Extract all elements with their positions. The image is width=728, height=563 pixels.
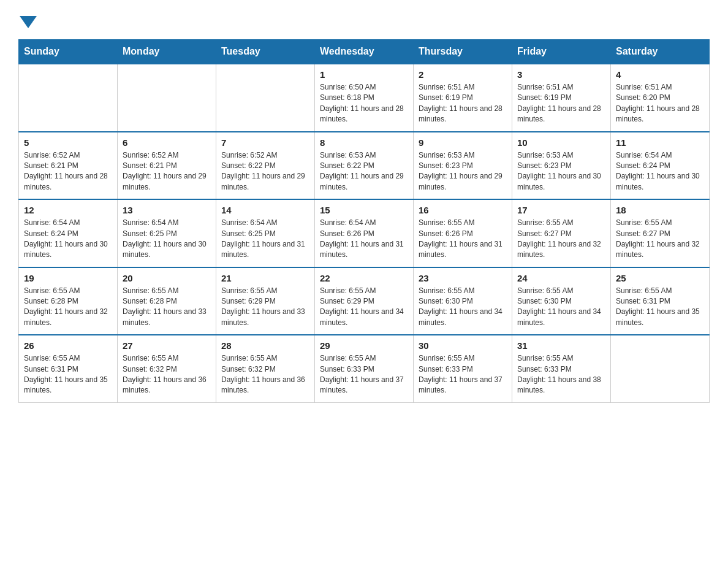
calendar-cell: 23Sunrise: 6:55 AMSunset: 6:30 PMDayligh… xyxy=(414,267,512,335)
calendar-cell: 28Sunrise: 6:55 AMSunset: 6:32 PMDayligh… xyxy=(216,335,315,402)
day-info: Sunrise: 6:51 AMSunset: 6:19 PMDaylight:… xyxy=(419,82,507,125)
calendar-row-4: 26Sunrise: 6:55 AMSunset: 6:31 PMDayligh… xyxy=(19,335,710,402)
weekday-header-tuesday: Tuesday xyxy=(216,40,315,64)
day-number: 6 xyxy=(123,137,211,148)
day-number: 9 xyxy=(419,137,507,148)
day-info: Sunrise: 6:55 AMSunset: 6:30 PMDaylight:… xyxy=(517,286,605,329)
weekday-header-friday: Friday xyxy=(512,40,611,64)
calendar-cell: 5Sunrise: 6:52 AMSunset: 6:21 PMDaylight… xyxy=(19,132,118,200)
day-number: 3 xyxy=(517,69,605,80)
weekday-header-wednesday: Wednesday xyxy=(315,40,414,64)
calendar-cell: 25Sunrise: 6:55 AMSunset: 6:31 PMDayligh… xyxy=(611,267,710,335)
day-number: 2 xyxy=(419,69,507,80)
day-number: 18 xyxy=(616,205,704,215)
day-info: Sunrise: 6:55 AMSunset: 6:33 PMDaylight:… xyxy=(320,353,408,396)
day-info: Sunrise: 6:52 AMSunset: 6:21 PMDaylight:… xyxy=(123,150,211,193)
day-number: 13 xyxy=(123,205,211,215)
day-number: 24 xyxy=(517,273,605,283)
day-number: 17 xyxy=(517,205,605,215)
calendar-row-2: 12Sunrise: 6:54 AMSunset: 6:24 PMDayligh… xyxy=(19,199,710,267)
day-number: 10 xyxy=(517,137,605,148)
calendar-cell: 30Sunrise: 6:55 AMSunset: 6:33 PMDayligh… xyxy=(414,335,512,402)
calendar-cell xyxy=(118,64,216,132)
logo-triangle-icon xyxy=(20,16,37,28)
calendar-cell: 24Sunrise: 6:55 AMSunset: 6:30 PMDayligh… xyxy=(512,267,611,335)
day-info: Sunrise: 6:55 AMSunset: 6:28 PMDaylight:… xyxy=(24,286,112,329)
day-number: 12 xyxy=(24,205,112,215)
calendar-row-3: 19Sunrise: 6:55 AMSunset: 6:28 PMDayligh… xyxy=(19,267,710,335)
calendar-row-1: 5Sunrise: 6:52 AMSunset: 6:21 PMDaylight… xyxy=(19,132,710,200)
day-info: Sunrise: 6:55 AMSunset: 6:27 PMDaylight:… xyxy=(517,218,605,261)
day-info: Sunrise: 6:53 AMSunset: 6:23 PMDaylight:… xyxy=(517,150,605,193)
calendar-cell: 17Sunrise: 6:55 AMSunset: 6:27 PMDayligh… xyxy=(512,199,611,267)
day-number: 16 xyxy=(419,205,507,215)
day-info: Sunrise: 6:55 AMSunset: 6:28 PMDaylight:… xyxy=(123,286,211,329)
day-number: 23 xyxy=(419,273,507,283)
day-info: Sunrise: 6:52 AMSunset: 6:21 PMDaylight:… xyxy=(24,150,112,193)
calendar-cell: 8Sunrise: 6:53 AMSunset: 6:22 PMDaylight… xyxy=(315,132,414,200)
day-info: Sunrise: 6:54 AMSunset: 6:25 PMDaylight:… xyxy=(221,218,309,261)
calendar-cell: 3Sunrise: 6:51 AMSunset: 6:19 PMDaylight… xyxy=(512,64,611,132)
day-number: 26 xyxy=(24,340,112,351)
calendar-cell: 9Sunrise: 6:53 AMSunset: 6:23 PMDaylight… xyxy=(414,132,512,200)
day-number: 27 xyxy=(123,340,211,351)
day-number: 20 xyxy=(123,273,211,283)
calendar-row-0: 1Sunrise: 6:50 AMSunset: 6:18 PMDaylight… xyxy=(19,64,710,132)
calendar-cell: 14Sunrise: 6:54 AMSunset: 6:25 PMDayligh… xyxy=(216,199,315,267)
day-number: 7 xyxy=(221,137,309,148)
calendar-cell: 26Sunrise: 6:55 AMSunset: 6:31 PMDayligh… xyxy=(19,335,118,402)
calendar-cell: 20Sunrise: 6:55 AMSunset: 6:28 PMDayligh… xyxy=(118,267,216,335)
day-number: 21 xyxy=(221,273,309,283)
day-info: Sunrise: 6:55 AMSunset: 6:32 PMDaylight:… xyxy=(123,353,211,396)
calendar-cell xyxy=(216,64,315,132)
day-info: Sunrise: 6:55 AMSunset: 6:33 PMDaylight:… xyxy=(517,353,605,396)
day-info: Sunrise: 6:54 AMSunset: 6:24 PMDaylight:… xyxy=(24,218,112,261)
day-number: 22 xyxy=(320,273,408,283)
logo xyxy=(18,12,37,28)
day-info: Sunrise: 6:51 AMSunset: 6:20 PMDaylight:… xyxy=(616,82,704,125)
day-info: Sunrise: 6:50 AMSunset: 6:18 PMDaylight:… xyxy=(320,82,408,125)
calendar-cell: 16Sunrise: 6:55 AMSunset: 6:26 PMDayligh… xyxy=(414,199,512,267)
day-info: Sunrise: 6:51 AMSunset: 6:19 PMDaylight:… xyxy=(517,82,605,125)
calendar-cell: 27Sunrise: 6:55 AMSunset: 6:32 PMDayligh… xyxy=(118,335,216,402)
day-number: 31 xyxy=(517,340,605,351)
calendar-cell xyxy=(611,335,710,402)
day-info: Sunrise: 6:55 AMSunset: 6:32 PMDaylight:… xyxy=(221,353,309,396)
calendar-cell: 29Sunrise: 6:55 AMSunset: 6:33 PMDayligh… xyxy=(315,335,414,402)
day-info: Sunrise: 6:55 AMSunset: 6:31 PMDaylight:… xyxy=(24,353,112,396)
calendar-cell: 11Sunrise: 6:54 AMSunset: 6:24 PMDayligh… xyxy=(611,132,710,200)
day-number: 5 xyxy=(24,137,112,148)
day-info: Sunrise: 6:52 AMSunset: 6:22 PMDaylight:… xyxy=(221,150,309,193)
weekday-header-thursday: Thursday xyxy=(414,40,512,64)
weekday-header-monday: Monday xyxy=(118,40,216,64)
calendar-cell: 31Sunrise: 6:55 AMSunset: 6:33 PMDayligh… xyxy=(512,335,611,402)
day-info: Sunrise: 6:55 AMSunset: 6:31 PMDaylight:… xyxy=(616,286,704,329)
calendar-cell: 10Sunrise: 6:53 AMSunset: 6:23 PMDayligh… xyxy=(512,132,611,200)
day-number: 1 xyxy=(320,69,408,80)
day-info: Sunrise: 6:55 AMSunset: 6:30 PMDaylight:… xyxy=(419,286,507,329)
day-number: 4 xyxy=(616,69,704,80)
calendar-cell: 19Sunrise: 6:55 AMSunset: 6:28 PMDayligh… xyxy=(19,267,118,335)
day-number: 28 xyxy=(221,340,309,351)
calendar-cell xyxy=(19,64,118,132)
day-info: Sunrise: 6:55 AMSunset: 6:26 PMDaylight:… xyxy=(419,218,507,261)
day-info: Sunrise: 6:55 AMSunset: 6:33 PMDaylight:… xyxy=(419,353,507,396)
calendar-cell: 15Sunrise: 6:54 AMSunset: 6:26 PMDayligh… xyxy=(315,199,414,267)
calendar-cell: 12Sunrise: 6:54 AMSunset: 6:24 PMDayligh… xyxy=(19,199,118,267)
header xyxy=(18,12,710,28)
day-number: 30 xyxy=(419,340,507,351)
calendar-cell: 7Sunrise: 6:52 AMSunset: 6:22 PMDaylight… xyxy=(216,132,315,200)
calendar-table: SundayMondayTuesdayWednesdayThursdayFrid… xyxy=(18,39,710,403)
calendar-cell: 22Sunrise: 6:55 AMSunset: 6:29 PMDayligh… xyxy=(315,267,414,335)
day-info: Sunrise: 6:53 AMSunset: 6:23 PMDaylight:… xyxy=(419,150,507,193)
day-number: 14 xyxy=(221,205,309,215)
day-number: 11 xyxy=(616,137,704,148)
day-info: Sunrise: 6:55 AMSunset: 6:29 PMDaylight:… xyxy=(320,286,408,329)
day-number: 15 xyxy=(320,205,408,215)
day-info: Sunrise: 6:55 AMSunset: 6:27 PMDaylight:… xyxy=(616,218,704,261)
calendar-cell: 2Sunrise: 6:51 AMSunset: 6:19 PMDaylight… xyxy=(414,64,512,132)
day-info: Sunrise: 6:54 AMSunset: 6:26 PMDaylight:… xyxy=(320,218,408,261)
day-number: 29 xyxy=(320,340,408,351)
weekday-header-row: SundayMondayTuesdayWednesdayThursdayFrid… xyxy=(19,40,710,64)
calendar-cell: 21Sunrise: 6:55 AMSunset: 6:29 PMDayligh… xyxy=(216,267,315,335)
